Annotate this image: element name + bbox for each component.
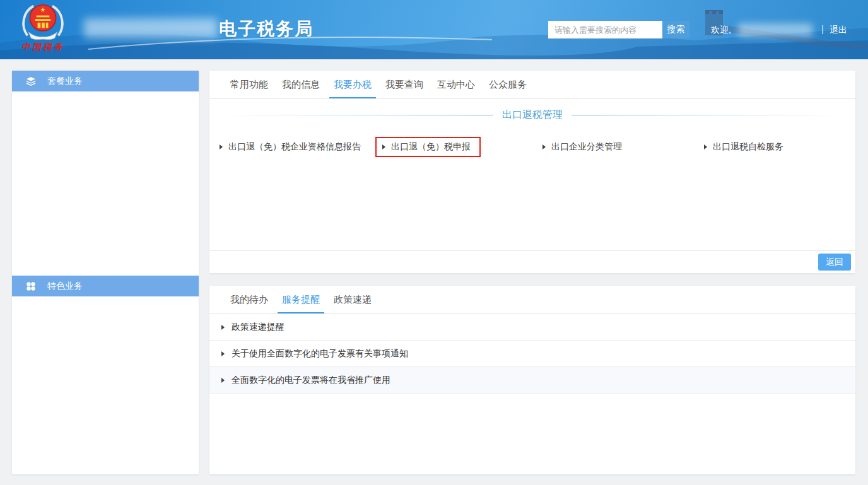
- triangle-icon: [220, 144, 223, 149]
- link-export-enterprise-classification[interactable]: 出口企业分类管理: [542, 141, 622, 153]
- tax-logo: ★ 中国税务: [13, 1, 73, 53]
- triangle-icon: [221, 351, 225, 356]
- sidebar: 套餐业务 特色业务: [12, 71, 199, 474]
- welcome-label: 欢迎,: [711, 25, 731, 36]
- tab-interaction-center[interactable]: 互动中心: [437, 71, 475, 98]
- logo-caption: 中国税务: [13, 42, 73, 53]
- function-links: 出口退（免）税企业资格信息报告 出口退（免）税申报 出口企业分类管理 出口退税自…: [209, 131, 855, 163]
- tab-common-functions[interactable]: 常用功能: [230, 71, 268, 98]
- sidebar-special-body: [12, 296, 199, 474]
- triangle-icon: [704, 144, 707, 149]
- panel-footer: 返回: [209, 250, 855, 273]
- org-name-redacted: [84, 18, 218, 38]
- back-button[interactable]: 返回: [818, 254, 851, 271]
- tab-query[interactable]: 我要查询: [385, 71, 423, 98]
- sidebar-section-package-business[interactable]: 套餐业务: [12, 71, 199, 91]
- notice-item[interactable]: 全面数字化的电子发票将在我省推广使用: [209, 367, 855, 394]
- app-header: ★ 中国税务 电子税务局 搜索 欢迎, | 退出: [0, 0, 868, 59]
- notices-tabs: 我的待办 服务提醒 政策速递: [209, 286, 855, 314]
- triangle-icon: [221, 378, 225, 383]
- workspace-panel: 常用功能 我的信息 我要办税 我要查询 互动中心 公众服务 出口退税管理 出口退…: [209, 71, 855, 273]
- sidebar-section-special-business[interactable]: 特色业务: [12, 276, 199, 296]
- tab-policy-express[interactable]: 政策速递: [334, 286, 372, 313]
- tab-handle-tax[interactable]: 我要办税: [334, 71, 372, 98]
- logout-link[interactable]: 退出: [830, 25, 847, 36]
- sidebar-package-body: [12, 91, 199, 276]
- layers-icon: [26, 76, 36, 86]
- link-export-rebate-qualification-report[interactable]: 出口退（免）税企业资格信息报告: [220, 141, 361, 153]
- tab-my-info[interactable]: 我的信息: [282, 71, 320, 98]
- tab-service-reminder[interactable]: 服务提醒: [282, 286, 320, 313]
- title-line-left: [218, 115, 493, 115]
- workspace-tabs: 常用功能 我的信息 我要办税 我要查询 互动中心 公众服务: [209, 71, 855, 99]
- username-redacted: [738, 23, 812, 37]
- link-export-rebate-declaration[interactable]: 出口退（免）税申报: [375, 137, 481, 157]
- triangle-icon: [542, 144, 546, 149]
- title-line-right: [572, 115, 847, 115]
- tab-my-todo[interactable]: 我的待办: [230, 286, 268, 313]
- triangle-icon: [221, 325, 225, 330]
- search-input[interactable]: [548, 21, 662, 38]
- notice-list: 政策速递提醒 关于使用全面数字化的电子发票有关事项通知 全面数字化的电子发票将在…: [209, 314, 855, 394]
- link-export-rebate-self-check[interactable]: 出口退税自检服务: [704, 141, 783, 153]
- svg-text:★: ★: [40, 6, 45, 13]
- tax-emblem-icon: ★: [13, 1, 73, 40]
- section-title-row: 出口退税管理: [209, 99, 855, 131]
- grid-circles-icon: [26, 281, 36, 291]
- notice-item[interactable]: 关于使用全面数字化的电子发票有关事项通知: [209, 341, 855, 367]
- page: ★ 中国税务 电子税务局 搜索 欢迎, | 退出: [0, 0, 868, 485]
- brand-title: 电子税务局: [219, 17, 314, 41]
- search-button[interactable]: 搜索: [662, 21, 689, 38]
- sidebar-section-label: 套餐业务: [47, 76, 83, 87]
- search-box: 搜索: [548, 21, 689, 38]
- tab-public-service[interactable]: 公众服务: [489, 71, 527, 98]
- notices-panel: 我的待办 服务提醒 政策速递 政策速递提醒 关于使用全面数字化的电子发票有关事项…: [209, 286, 855, 474]
- sidebar-section-label: 特色业务: [47, 281, 83, 292]
- triangle-icon: [382, 144, 385, 149]
- notice-item[interactable]: 政策速递提醒: [209, 314, 855, 341]
- header-divider: |: [821, 23, 824, 34]
- section-title: 出口退税管理: [502, 108, 563, 122]
